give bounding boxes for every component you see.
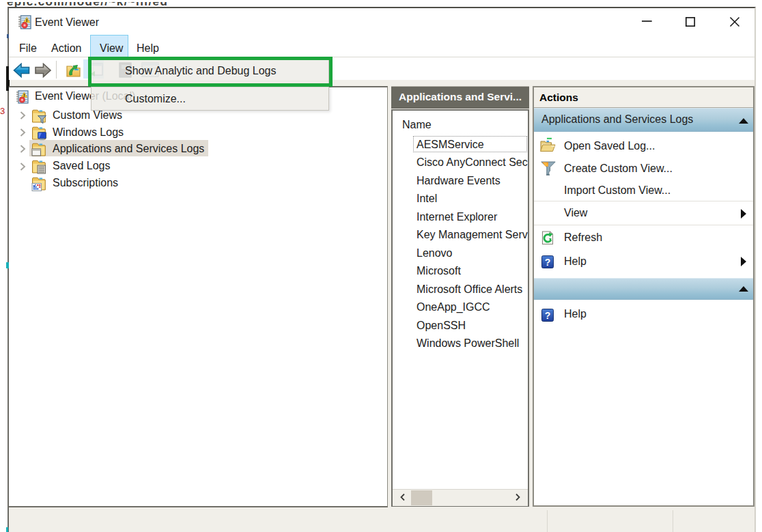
svg-text:?: ?: [545, 257, 551, 268]
svg-text:?: ?: [545, 310, 551, 321]
